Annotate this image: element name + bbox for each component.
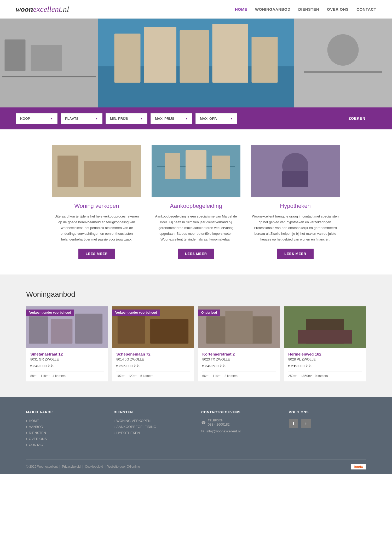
property-card-1[interactable]: Verkocht onder voorbehoud Schepenenlaan …: [112, 306, 194, 381]
footer-col1-title: MAKELAARDIJ: [26, 410, 103, 414]
footer-grid: MAKELAARDIJ HOME AANBOD DIENSTEN OVER ON…: [26, 410, 366, 449]
nav-over-ons[interactable]: OVER ONS: [327, 7, 349, 12]
nav-woningaanbod[interactable]: WONINGAANBOD: [255, 7, 290, 12]
property-price-3: € 519.000 k.k.: [288, 364, 362, 368]
footer-col-diensten: DIENSTEN WONING VERKOPEN AANKOOPBEGELEID…: [114, 410, 191, 449]
footer-col-makelaardij: MAKELAARDIJ HOME AANBOD DIENSTEN OVER ON…: [26, 410, 103, 449]
facebook-icon[interactable]: f: [289, 419, 298, 428]
social-icons: f in: [289, 419, 366, 428]
property-city-2: 8023 TX ZWOLLE: [202, 357, 276, 361]
property-city-3: 8028 PL ZWOLLE: [288, 357, 362, 361]
footer-tel-value: 038 - 2600182: [208, 422, 230, 426]
min-prijs-arrow-icon: ▼: [140, 117, 143, 120]
footer-link-diensten[interactable]: DIENSTEN: [26, 431, 103, 435]
footer-tel-wrap: TELEFOON 038 - 2600182: [208, 419, 230, 426]
linkedin-icon[interactable]: in: [301, 419, 311, 428]
property-street-0: Smetanastraat 12: [30, 352, 104, 356]
footer-link-over-ons[interactable]: OVER ONS: [26, 437, 103, 441]
footer-col3-title: CONTACTGEGEVENS: [201, 410, 278, 414]
footer-bottom: © 2025 Woonexcellent | Privacybeleid | C…: [26, 459, 366, 474]
min-prijs-select[interactable]: MIN. PRIJS ▼: [106, 113, 147, 124]
service-title-0: Woning verkopen: [52, 203, 141, 209]
zoeken-button[interactable]: ZOEKEN: [338, 113, 376, 124]
hero-image-left: [0, 19, 98, 107]
phone-icon: ☎: [201, 421, 206, 425]
property-spec-0-2: 118m²: [41, 374, 49, 378]
property-badge-2: Onder bod: [198, 310, 220, 316]
service-card-0: Woning verkopen Uiteraard kun je tijdens…: [52, 145, 141, 259]
property-card-3[interactable]: Hermelenweg 162 8028 PL ZWOLLE € 519.000…: [284, 306, 366, 381]
footer-col4-title: VOLG ONS: [289, 410, 366, 414]
koop-arrow-icon: ▼: [50, 117, 53, 120]
main-nav: HOME WONINGAANBOD DIENSTEN OVER ONS CONT…: [235, 7, 376, 12]
service-image-verkopen: [52, 145, 141, 197]
property-street-2: Kortenaerstraat 2: [202, 352, 276, 356]
footer-col-social: VOLG ONS f in: [289, 410, 366, 449]
footer-link-aanbod[interactable]: AANBOD: [26, 425, 103, 429]
service-desc-1: Aankoopbegeleiding is een specialisme va…: [152, 214, 240, 242]
property-image-wrap-3: [284, 306, 366, 348]
service-btn-1[interactable]: LEES MEER: [178, 249, 214, 259]
nav-diensten[interactable]: DIENSTEN: [298, 7, 319, 12]
property-badge-1: Verkocht onder voorbehoud: [112, 310, 160, 316]
footer-link-contact[interactable]: CONTACT: [26, 443, 103, 447]
privacy-link[interactable]: Privacybeleid: [62, 465, 80, 468]
property-city-0: 8031 GR ZWOLLE: [30, 357, 104, 361]
property-card-0[interactable]: Verkocht onder voorbehoud Smetanastraat …: [26, 306, 108, 381]
footer-link-hypotheken[interactable]: HYPOTHEKEN: [114, 431, 191, 435]
footer: MAKELAARDIJ HOME AANBOD DIENSTEN OVER ON…: [0, 397, 392, 474]
property-spec-2-3: 3 kamers: [224, 374, 237, 378]
footer-tel-label: TELEFOON: [208, 419, 230, 422]
logo: woonexcellent.nl: [16, 5, 69, 14]
footer-link-home[interactable]: HOME: [26, 419, 103, 423]
max-opp-arrow-icon: ▼: [230, 117, 233, 120]
website-link[interactable]: Website door OGonline: [107, 465, 140, 468]
property-specs-2: 66m² 114m² 3 kamers: [202, 371, 276, 378]
footer-email-item: ✉ info@woonexcellent.nl: [201, 429, 278, 433]
koop-select[interactable]: KOOP ▼: [16, 113, 57, 124]
property-street-1: Schepenenlaan 72: [116, 352, 190, 356]
plaats-label: PLAATS: [65, 117, 78, 121]
property-spec-3-3: 9 kamers: [315, 374, 328, 378]
property-city-1: 8014 JG ZWOLLE: [116, 357, 190, 361]
property-image-wrap-1: Verkocht onder voorbehoud: [112, 306, 194, 348]
footer-link-woning-verkopen[interactable]: WONING VERKOPEN: [114, 419, 191, 423]
service-btn-2[interactable]: LEES MEER: [277, 249, 314, 259]
funda-badge: funda: [351, 464, 366, 470]
service-card-2: Hypotheken Woonexcellent brengt je graag…: [251, 145, 340, 259]
footer-col-contact: CONTACTGEGEVENS ☎ TELEFOON 038 - 2600182…: [201, 410, 278, 449]
property-specs-0: 88m² 118m² 4 kamers: [30, 371, 104, 378]
nav-home[interactable]: HOME: [235, 7, 247, 12]
logo-excellent: excellent: [33, 5, 61, 13]
property-specs-1: 107m² 129m² 5 kamers: [116, 371, 190, 378]
max-prijs-select[interactable]: MAX. PRIJS ▼: [151, 113, 192, 124]
cookie-link[interactable]: Cookiebeleid: [85, 465, 103, 468]
service-card-1: Aankoopbegeleiding Aankoopbegeleiding is…: [152, 145, 240, 259]
footer-link-aankoopbegeleiding[interactable]: AANKOOPBEGELEIDING: [114, 425, 191, 429]
hero-image-right: [294, 19, 392, 107]
nav-contact[interactable]: CONTACT: [356, 7, 376, 12]
property-spec-1-1: 107m²: [116, 374, 125, 378]
property-image-wrap-0: Verkocht onder voorbehoud: [26, 306, 108, 348]
service-image-aankoopbegeleiding: [152, 145, 240, 197]
email-icon: ✉: [201, 429, 204, 433]
property-badge-0: Verkocht onder voorbehoud: [26, 310, 74, 316]
property-spec-0-1: 88m²: [30, 374, 37, 378]
property-card-2[interactable]: Onder bod Kortenaerstraat 2 8023 TX ZWOL…: [198, 306, 280, 381]
property-info-3: Hermelenweg 162 8028 PL ZWOLLE € 519.000…: [284, 348, 366, 381]
max-prijs-label: MAX. PRIJS: [155, 117, 174, 121]
service-title-1: Aankoopbegeleiding: [152, 203, 240, 209]
hero-image-center: [98, 19, 294, 107]
max-opp-select[interactable]: MAX. OPP. ▼: [195, 113, 237, 124]
service-btn-0[interactable]: LEES MEER: [78, 249, 115, 259]
property-spec-3-1: 250m²: [288, 374, 297, 378]
search-bar: KOOP ▼ PLAATS ▼ MIN. PRIJS ▼ MAX. PRIJS …: [0, 107, 392, 129]
property-spec-2-2: 114m²: [212, 374, 221, 378]
service-desc-2: Woonexcellent brengt je graag in contact…: [251, 214, 340, 242]
logo-woon: woon: [16, 5, 33, 13]
plaats-select[interactable]: PLAATS ▼: [61, 113, 102, 124]
service-title-2: Hypotheken: [251, 203, 340, 209]
services-grid: Woning verkopen Uiteraard kun je tijdens…: [26, 145, 366, 259]
property-spec-2-1: 66m²: [202, 374, 209, 378]
min-prijs-label: MIN. PRIJS: [110, 117, 128, 121]
